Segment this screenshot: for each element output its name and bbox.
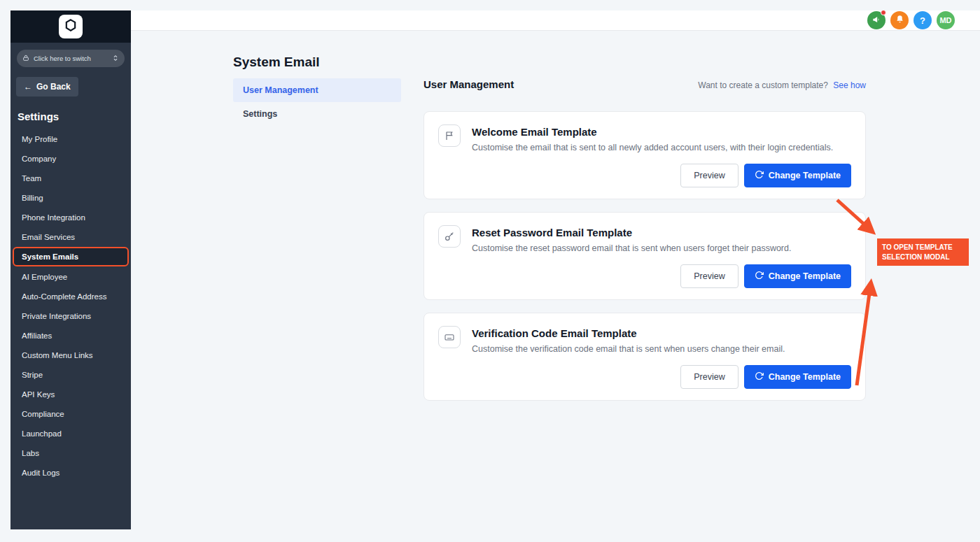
- card-description: Customise the email that is sent to all …: [472, 143, 833, 152]
- page-title: System Email: [233, 55, 320, 70]
- sidebar-item-phone-integration[interactable]: Phone Integration: [15, 208, 127, 227]
- card-title: Welcome Email Template: [472, 126, 833, 138]
- user-avatar[interactable]: MD: [937, 11, 955, 29]
- sidebar-item-affiliates[interactable]: Affiliates: [15, 326, 127, 345]
- sidebar-item-ai-employee[interactable]: AI Employee: [15, 267, 127, 286]
- megaphone-icon: [872, 15, 881, 27]
- card-description: Customise the verification code email th…: [472, 344, 785, 354]
- verification-code-email-card: Verification Code Email Template Customi…: [424, 313, 866, 401]
- change-template-button[interactable]: Change Template: [744, 365, 851, 389]
- hexagon-logo-icon: [64, 18, 78, 35]
- go-back-label: Go Back: [36, 82, 71, 92]
- chevrons-up-down-icon: [112, 54, 119, 64]
- keyboard-icon: [438, 326, 461, 348]
- template-cards: Welcome Email Template Customise the ema…: [424, 111, 866, 401]
- card-description: Customise the reset password email that …: [472, 243, 791, 253]
- question-mark-icon: ?: [920, 15, 925, 26]
- settings-sidebar: Click here to switch ← Go Back Settings …: [10, 10, 131, 529]
- custom-template-hint: Want to create a custom template? See ho…: [698, 80, 866, 90]
- card-text: Reset Password Email Template Customise …: [472, 225, 791, 253]
- avatar-initials: MD: [939, 16, 951, 24]
- refresh-icon: [755, 170, 764, 181]
- preview-button[interactable]: Preview: [680, 164, 738, 187]
- notifications-button[interactable]: [890, 11, 909, 29]
- change-template-button[interactable]: Change Template: [744, 164, 851, 187]
- card-title: Verification Code Email Template: [472, 327, 785, 339]
- card-text: Verification Code Email Template Customi…: [472, 326, 785, 354]
- hint-text: Want to create a custom template?: [698, 80, 828, 90]
- sidebar-item-audit-logs[interactable]: Audit Logs: [15, 463, 127, 482]
- card-top: Reset Password Email Template Customise …: [438, 225, 851, 253]
- topbar: ? MD: [131, 10, 980, 31]
- sidebar-item-company[interactable]: Company: [15, 149, 127, 168]
- refresh-icon: [755, 271, 764, 282]
- sidebar-item-custom-menu-links[interactable]: Custom Menu Links: [15, 345, 127, 364]
- sidebar-item-stripe[interactable]: Stripe: [15, 365, 127, 384]
- user-management-panel: User Management Want to create a custom …: [424, 78, 866, 413]
- card-top: Verification Code Email Template Customi…: [438, 326, 851, 354]
- sidebar-item-team[interactable]: Team: [15, 169, 127, 187]
- card-title: Reset Password Email Template: [472, 227, 791, 238]
- sidebar-item-auto-complete-address[interactable]: Auto-Complete Address: [15, 287, 127, 306]
- sidebar-item-my-profile[interactable]: My Profile: [15, 129, 127, 148]
- sidebar-item-billing[interactable]: Billing: [15, 188, 127, 207]
- see-how-link[interactable]: See how: [833, 80, 866, 90]
- system-email-tabs: User Management Settings: [233, 78, 401, 126]
- sidebar-item-api-keys[interactable]: API Keys: [15, 385, 127, 404]
- brand-logo[interactable]: [59, 15, 83, 38]
- card-actions: Preview Change Template: [438, 164, 851, 187]
- card-top: Welcome Email Template Customise the ema…: [438, 124, 851, 152]
- account-switcher[interactable]: Click here to switch: [17, 50, 125, 67]
- tab-user-management[interactable]: User Management: [233, 78, 401, 102]
- sidebar-item-system-emails[interactable]: System Emails: [13, 247, 129, 266]
- sidebar-item-launchpad[interactable]: Launchpad: [15, 424, 127, 443]
- card-actions: Preview Change Template: [438, 264, 851, 288]
- change-template-label: Change Template: [769, 171, 841, 180]
- switcher-lock-icon: [22, 55, 29, 63]
- change-template-label: Change Template: [769, 271, 841, 281]
- preview-button[interactable]: Preview: [680, 264, 738, 288]
- go-back-button[interactable]: ← Go Back: [16, 77, 78, 97]
- card-actions: Preview Change Template: [438, 365, 851, 389]
- sidebar-item-email-services[interactable]: Email Services: [15, 227, 127, 246]
- main-area: System Email User Management Settings Us…: [131, 31, 980, 542]
- welcome-email-card: Welcome Email Template Customise the ema…: [424, 111, 866, 199]
- back-arrow-icon: ←: [24, 82, 32, 92]
- sidebar-item-private-integrations[interactable]: Private Integrations: [15, 306, 127, 325]
- sidebar-item-labs[interactable]: Labs: [15, 443, 127, 462]
- bell-icon: [895, 15, 904, 26]
- app-frame: Click here to switch ← Go Back Settings …: [0, 0, 980, 542]
- change-template-label: Change Template: [769, 372, 841, 382]
- preview-button[interactable]: Preview: [680, 365, 738, 389]
- card-text: Welcome Email Template Customise the ema…: [472, 124, 833, 152]
- notification-dot: [881, 10, 886, 15]
- flag-template-icon: [438, 124, 461, 147]
- switcher-label: Click here to switch: [34, 55, 108, 62]
- key-icon: [438, 225, 461, 248]
- tab-settings[interactable]: Settings: [233, 102, 401, 126]
- help-button[interactable]: ?: [913, 11, 932, 29]
- sidebar-nav: My Profile Company Team Billing Phone In…: [10, 129, 131, 482]
- reset-password-email-card: Reset Password Email Template Customise …: [424, 212, 866, 300]
- logo-area: [10, 10, 131, 43]
- announcements-button[interactable]: [867, 11, 886, 29]
- annotation-callout: TO OPEN TEMPLATE SELECTION MODAL: [877, 238, 969, 266]
- panel-header: User Management Want to create a custom …: [424, 78, 866, 90]
- section-heading: User Management: [424, 78, 514, 90]
- sidebar-section-title: Settings: [18, 110, 131, 122]
- sidebar-item-compliance[interactable]: Compliance: [15, 404, 127, 423]
- change-template-button[interactable]: Change Template: [744, 264, 851, 288]
- refresh-icon: [755, 371, 764, 383]
